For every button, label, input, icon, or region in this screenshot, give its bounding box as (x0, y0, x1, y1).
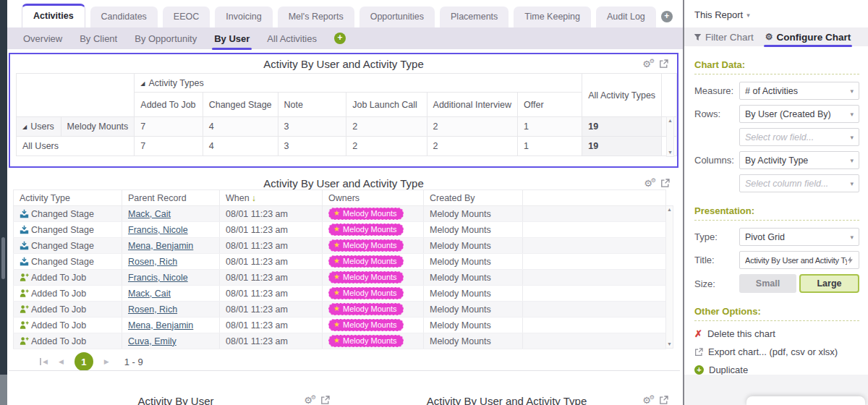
owner-badge[interactable]: ★Melody Mounts (328, 239, 404, 252)
chart-settings-gears-icon[interactable]: ⚙ ⚙ (642, 59, 651, 69)
table-row[interactable]: Changed Stage Rosen, Rich 08/01 11:23 am… (14, 254, 666, 270)
first-page-button[interactable]: ◀ (40, 358, 48, 365)
owner-badge[interactable]: ★Melody Mounts (328, 303, 404, 315)
export-chart-option[interactable]: Export chart... (pdf, csv or xlsx) (694, 346, 859, 357)
size-label: Size: (694, 278, 739, 289)
title-input[interactable]: Activity By User and Activity Type (739, 251, 859, 269)
parent-record-link[interactable]: Cuva, Emily (128, 336, 176, 346)
add-tab-button[interactable]: + (661, 11, 673, 22)
current-page-button[interactable]: 1 (75, 352, 93, 371)
columns-secondary-select[interactable]: Select column field... ▾ (739, 174, 859, 192)
lightning-icon[interactable] (847, 256, 854, 264)
col-header-note[interactable]: Note (278, 93, 346, 117)
table-row[interactable]: Added To Job Mena, Benjamin 08/01 11:23 … (14, 317, 666, 333)
col-header-additional-interview[interactable]: Additional Interview (427, 93, 517, 117)
row-group-users[interactable]: ◢Users (17, 117, 61, 137)
pivot-grid: ◢Activity Types All Activity Types Added… (16, 73, 677, 156)
table-row[interactable]: Changed Stage Mack, Cait 08/01 11:23 am … (14, 206, 666, 222)
list-scrollbar[interactable]: ▲ ▼ (665, 205, 673, 349)
scroll-down-icon[interactable]: ▼ (668, 149, 673, 156)
parent-record-link[interactable]: Mena, Benjamin (128, 320, 193, 331)
type-select[interactable]: Pivot Grid ▾ (739, 228, 859, 246)
col-header-added-to-job[interactable]: Added To Job (135, 93, 203, 117)
header-when[interactable]: When↓ (220, 190, 323, 206)
columns-placeholder: Select column field... (745, 179, 847, 189)
chart-settings-gears-icon[interactable]: ⚙ ⚙ (644, 179, 652, 188)
pivot-group-header[interactable]: ◢Activity Types (135, 74, 582, 93)
subtab-all-activities[interactable]: All Activities (267, 33, 317, 44)
tab-opportunities[interactable]: Opportunities (359, 7, 435, 27)
scroll-down-icon[interactable]: ▼ (667, 341, 672, 348)
col-header-offer[interactable]: Offer (517, 93, 582, 117)
pivot-scrollbar[interactable]: ▲ ▼ (666, 116, 674, 157)
table-row[interactable]: Added To Job Mack, Cait 08/01 11:23 am ★… (14, 286, 666, 302)
collapse-triangle-icon[interactable]: ◢ (140, 80, 145, 87)
header-parent-record[interactable]: Parent Record (122, 190, 220, 206)
header-owners[interactable]: Owners (323, 190, 424, 206)
tab-activities[interactable]: Activities (22, 4, 85, 27)
size-small-button[interactable]: Small (739, 274, 796, 293)
floating-widget[interactable] (746, 396, 865, 405)
duplicate-option[interactable]: + Duplicate (694, 364, 859, 375)
next-page-button[interactable]: ▶ (104, 358, 109, 365)
prev-page-button[interactable]: ◀ (59, 358, 64, 365)
tab-configure-chart[interactable]: ⚙ Configure Chart (765, 27, 851, 46)
tab-candidates[interactable]: Candidates (90, 7, 158, 27)
parent-record-link[interactable]: Francis, Nicole (128, 273, 188, 283)
parent-record-link[interactable]: Francis, Nicole (128, 225, 188, 235)
table-row[interactable]: Added To Job Rosen, Rich 08/01 11:23 am … (14, 302, 666, 317)
owner-badge[interactable]: ★Melody Mounts (328, 255, 404, 268)
changed-stage-icon (20, 225, 29, 234)
owner-badge[interactable]: ★Melody Mounts (328, 319, 404, 331)
owner-badge[interactable]: ★Melody Mounts (328, 287, 404, 299)
col-header-changed-stage[interactable]: Changed Stage (203, 93, 278, 117)
chart-export-icon[interactable] (659, 59, 668, 69)
parent-record-link[interactable]: Mena, Benjamin (128, 241, 193, 251)
size-large-button[interactable]: Large (799, 274, 859, 293)
sidebar-handle[interactable] (1, 237, 5, 279)
subtab-by-user[interactable]: By User (214, 33, 250, 44)
table-row[interactable]: Added To Job Cuva, Emily 08/01 11:23 am … (14, 333, 666, 349)
chart-export-icon[interactable] (660, 179, 670, 188)
collapsed-left-sidebar[interactable] (0, 0, 7, 405)
tab-audit-log[interactable]: Audit Log (596, 7, 656, 27)
col-header-job-launch-call[interactable]: Job Launch Call (346, 93, 427, 117)
tab-eeoc[interactable]: EEOC (163, 7, 210, 27)
table-row[interactable]: Changed Stage Francis, Nicole 08/01 11:2… (14, 222, 666, 238)
subtab-by-opportunity[interactable]: By Opportunity (135, 33, 197, 44)
owner-badge[interactable]: ★Melody Mounts (328, 335, 404, 347)
this-report-menu[interactable]: This Report▾ (684, 0, 868, 20)
measure-select[interactable]: # of Activities ▾ (739, 82, 859, 100)
parent-record-link[interactable]: Rosen, Rich (128, 304, 177, 315)
table-row[interactable]: Changed Stage Mena, Benjamin 08/01 11:23… (14, 238, 666, 254)
owner-badge[interactable]: ★Melody Mounts (328, 223, 404, 236)
table-row[interactable]: Added To Job Francis, Nicole 08/01 11:23… (14, 270, 666, 286)
subtab-overview[interactable]: Overview (23, 33, 62, 44)
rows-select[interactable]: By User (Created By) ▾ (739, 105, 859, 123)
parent-record-link[interactable]: Rosen, Rich (128, 257, 177, 267)
owner-badge[interactable]: ★Melody Mounts (328, 271, 404, 284)
tab-placements[interactable]: Placements (440, 7, 509, 27)
chart-export-icon[interactable] (659, 396, 668, 405)
pivot-chart-card[interactable]: Activity By User and Activity Type ⚙ ⚙ ◢… (9, 53, 678, 168)
header-activity-type[interactable]: Activity Type (14, 190, 122, 206)
collapse-triangle-icon[interactable]: ◢ (22, 124, 27, 130)
parent-record-link[interactable]: Mack, Cait (128, 289, 171, 299)
subtab-by-client[interactable]: By Client (80, 33, 117, 44)
chart-settings-gears-icon[interactable]: ⚙ ⚙ (642, 396, 651, 405)
scroll-up-icon[interactable]: ▲ (667, 206, 672, 213)
chart-settings-gears-icon[interactable]: ⚙ ⚙ (304, 396, 312, 405)
parent-record-link[interactable]: Mack, Cait (128, 209, 171, 219)
tab-filter-chart[interactable]: Filter Chart (694, 27, 754, 46)
delete-chart-option[interactable]: ✗ Delete this chart (694, 328, 859, 339)
scroll-up-icon[interactable]: ▲ (668, 117, 673, 124)
tab-invoicing[interactable]: Invoicing (215, 7, 272, 27)
tab-mels-reports[interactable]: Mel's Reports (278, 7, 354, 27)
columns-select[interactable]: By Activity Type ▾ (739, 151, 859, 169)
add-subtab-button[interactable]: + (334, 33, 346, 44)
tab-time-keeping[interactable]: Time Keeping (514, 7, 591, 27)
rows-secondary-select[interactable]: Select row field... ▾ (739, 128, 859, 146)
chart-export-icon[interactable] (320, 396, 330, 405)
owner-badge[interactable]: ★Melody Mounts (328, 208, 404, 220)
header-created-by[interactable]: Created By (424, 190, 523, 206)
